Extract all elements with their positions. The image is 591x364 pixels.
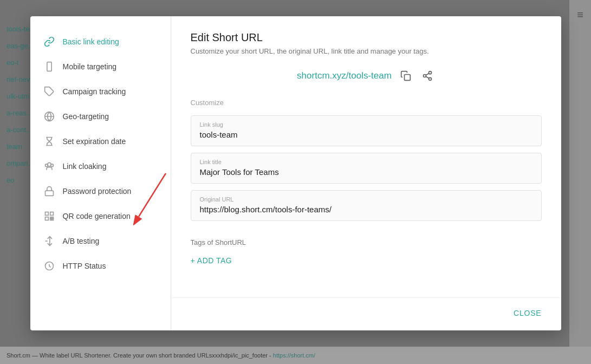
hourglass-icon	[43, 135, 55, 147]
modal-content: Edit Short URL Customize your short URL,…	[171, 16, 561, 297]
svg-rect-19	[404, 75, 410, 81]
modal-content-area: Edit Short URL Customize your short URL,…	[171, 16, 561, 330]
sidebar-item-label-password-protection: Password protection	[63, 187, 132, 196]
copy-button[interactable]	[398, 68, 413, 83]
add-tag-button[interactable]: + ADD TAG	[191, 253, 232, 268]
mobile-icon	[43, 61, 55, 73]
svg-point-21	[423, 75, 426, 77]
lock-icon	[43, 185, 55, 197]
sidebar-item-http-status[interactable]: HTTP Status	[30, 253, 171, 278]
field-label-original-url: Original URL	[200, 196, 532, 203]
svg-rect-14	[50, 219, 51, 220]
svg-line-24	[426, 73, 429, 75]
tags-label: Tags of ShortURL	[191, 238, 542, 246]
sidebar-item-label-ab-testing: A/B testing	[63, 237, 100, 245]
sidebar-item-label-http-status: HTTP Status	[63, 262, 106, 270]
globe-icon	[43, 110, 55, 122]
field-label-title: Link title	[200, 159, 532, 165]
sidebar-item-qr-code-generation[interactable]: QR code generation	[30, 204, 171, 229]
share-button[interactable]	[420, 68, 435, 83]
svg-point-6	[45, 164, 48, 167]
modal-title: Edit Short URL	[191, 31, 542, 44]
tag-icon	[43, 86, 55, 98]
field-group-title: Link title Major Tools for Teams	[191, 153, 542, 184]
svg-rect-9	[45, 212, 48, 216]
svg-point-7	[50, 164, 53, 167]
modal-sidebar: Basic link editing Mobile targeting	[30, 16, 171, 330]
split-icon	[43, 235, 55, 247]
svg-rect-12	[50, 217, 51, 219]
tags-section: Tags of ShortURL + ADD TAG	[191, 238, 542, 268]
svg-line-23	[426, 76, 429, 78]
sidebar-item-label-basic-link-editing: Basic link editing	[63, 37, 119, 46]
sidebar-item-password-protection[interactable]: Password protection	[30, 179, 171, 204]
sidebar-item-label-qr-code-generation: QR code generation	[63, 212, 131, 220]
link-icon	[43, 36, 55, 48]
modal-overlay: Basic link editing Mobile targeting	[0, 0, 591, 364]
field-group-slug: Link slug tools-team	[191, 115, 542, 146]
field-value-slug[interactable]: tools-team	[200, 130, 532, 139]
sidebar-item-basic-link-editing[interactable]: Basic link editing	[30, 29, 171, 54]
svg-rect-11	[45, 217, 48, 220]
field-value-original-url[interactable]: https://blog.short.cm/tools-for-teams/	[200, 205, 532, 214]
field-group-original-url: Original URL https://blog.short.cm/tools…	[191, 190, 542, 221]
sidebar-item-label-mobile-targeting: Mobile targeting	[63, 62, 117, 71]
svg-rect-13	[52, 217, 54, 219]
sidebar-item-label-set-expiration-date: Set expiration date	[63, 137, 126, 146]
short-url-display: shortcm.xyz/tools-team	[297, 70, 392, 81]
sidebar-item-label-geo-targeting: Geo-targeting	[63, 112, 109, 121]
sidebar-item-ab-testing[interactable]: A/B testing	[30, 229, 171, 253]
sidebar-item-link-cloaking[interactable]: Link cloaking	[30, 154, 171, 179]
customize-label: Customize	[191, 99, 542, 107]
sidebar-item-campaign-tracking[interactable]: Campaign tracking	[30, 79, 171, 104]
svg-rect-15	[52, 219, 54, 220]
field-value-title[interactable]: Major Tools for Teams	[200, 167, 532, 177]
sidebar-item-label-campaign-tracking: Campaign tracking	[63, 87, 126, 96]
svg-rect-10	[50, 212, 53, 216]
short-url-row: shortcm.xyz/tools-team	[191, 68, 542, 83]
sidebar-item-label-link-cloaking: Link cloaking	[63, 162, 107, 171]
modal-footer: CLOSE	[171, 297, 561, 330]
qr-icon	[43, 210, 55, 222]
field-label-slug: Link slug	[200, 121, 532, 128]
svg-point-22	[428, 77, 431, 80]
sidebar-item-mobile-targeting[interactable]: Mobile targeting	[30, 54, 171, 79]
mask-icon	[43, 160, 55, 172]
svg-rect-8	[45, 191, 53, 196]
add-tag-label: + ADD TAG	[191, 256, 232, 265]
svg-point-20	[428, 72, 431, 74]
sidebar-item-set-expiration-date[interactable]: Set expiration date	[30, 129, 171, 154]
http-icon	[43, 260, 55, 272]
modal-dialog: Basic link editing Mobile targeting	[30, 16, 561, 330]
modal-subtitle: Customize your short URL, the original U…	[191, 47, 542, 55]
close-button[interactable]: CLOSE	[514, 304, 541, 322]
sidebar-item-geo-targeting[interactable]: Geo-targeting	[30, 104, 171, 129]
